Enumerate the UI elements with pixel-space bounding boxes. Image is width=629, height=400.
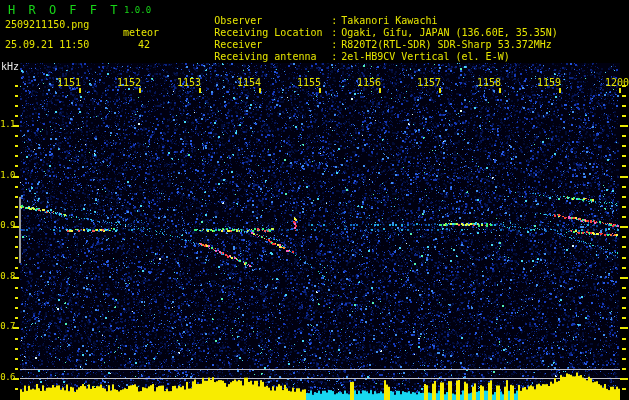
info-separator: : [331, 27, 341, 39]
time-tick-label: 1156 [357, 77, 381, 88]
time-tick-label: 1158 [477, 77, 501, 88]
time-tick-label: 1155 [297, 77, 321, 88]
info-separator: : [331, 51, 341, 63]
echo-count: 42 [138, 39, 150, 50]
time-tick-label: 1157 [417, 77, 441, 88]
time-tick-label: 1153 [177, 77, 201, 88]
time-tick-label: 1152 [117, 77, 141, 88]
info-value: Takanori Kawachi [341, 15, 437, 26]
observation-mode: meteor [123, 27, 159, 38]
info-label: Receiving antenna [214, 51, 331, 63]
date-time: 25.09.21 11:50 [5, 39, 89, 50]
time-tick-label: 1154 [237, 77, 261, 88]
time-tick-label: 1200 [605, 77, 629, 88]
info-label: Observer [214, 15, 331, 27]
info-label: Receiver [214, 39, 331, 51]
info-row-observer: Observer:Takanori Kawachi [178, 3, 558, 15]
freq-tick-label: 1.1 [0, 119, 15, 129]
freq-tick-label: 0.9 [0, 220, 15, 230]
output-filename: 2509211150.png [5, 19, 89, 30]
info-value: Ogaki, Gifu, JAPAN (136.60E, 35.35N) [341, 27, 558, 38]
info-separator: : [331, 15, 341, 27]
info-value: R820T2(RTL-SDR) SDR-Sharp 53.372MHz [341, 39, 552, 50]
app-title: H R O F F T [8, 3, 120, 17]
app-version: 1.0.0 [124, 5, 151, 15]
station-info: Observer:Takanori Kawachi Receiving Loca… [178, 3, 558, 51]
freq-tick-label: 0.8 [0, 271, 15, 281]
freq-tick-label: 0.6 [0, 372, 15, 382]
hrofft-window: H R O F F T 1.0.0 2509211150.png meteor … [0, 0, 629, 400]
freq-axis-unit: kHz [1, 61, 19, 72]
freq-tick-label: 0.7 [0, 321, 15, 331]
time-tick-label: 1159 [537, 77, 561, 88]
info-label: Receiving Location [214, 27, 331, 39]
info-separator: : [331, 39, 341, 51]
info-value: 2el-HB9CV Vertical (el. E-W) [341, 51, 510, 62]
time-tick-label: 1151 [57, 77, 81, 88]
freq-tick-label: 1.0 [0, 170, 15, 180]
